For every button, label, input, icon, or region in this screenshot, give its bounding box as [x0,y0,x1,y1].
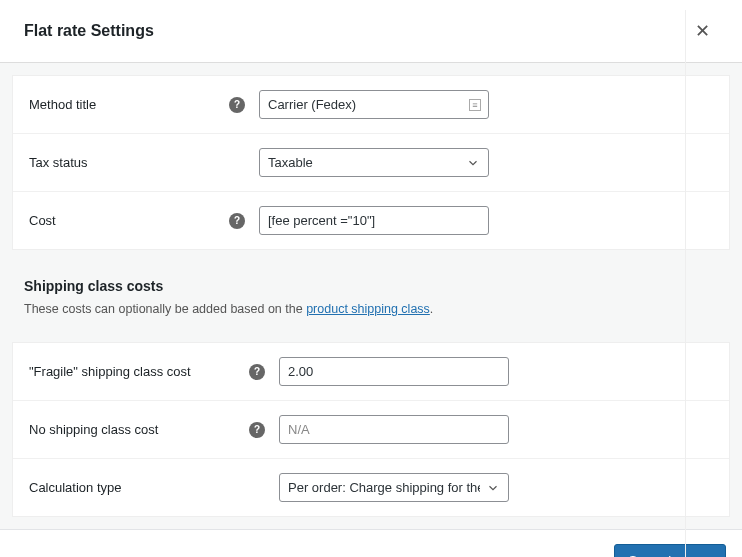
calculation-type-label: Calculation type [29,480,249,495]
tax-status-row: Tax status Taxable [13,134,729,192]
help-icon[interactable]: ? [229,213,245,229]
help-icon[interactable]: ? [249,364,265,380]
input-autofill-icon: ≡ [469,99,481,111]
help-icon[interactable]: ? [249,422,265,438]
close-icon: ✕ [695,21,710,41]
shipping-class-section: "Fragile" shipping class cost ? No shipp… [12,342,730,517]
help-icon[interactable]: ? [229,97,245,113]
fragile-cost-input[interactable] [279,357,509,386]
tax-status-select[interactable]: Taxable [259,148,489,177]
modal-title: Flat rate Settings [24,22,154,40]
method-title-label: Method title [29,97,229,112]
cost-input[interactable] [259,206,489,235]
calculation-type-row: Calculation type Per order: Charge shipp… [13,459,729,516]
modal-body: Method title ? ≡ Tax status Taxable Cost… [0,63,742,529]
fragile-cost-row: "Fragile" shipping class cost ? [13,343,729,401]
cost-row: Cost ? [13,192,729,249]
cost-label: Cost [29,213,229,228]
method-title-input[interactable] [259,90,489,119]
close-button[interactable]: ✕ [687,16,718,46]
no-class-cost-input[interactable] [279,415,509,444]
product-shipping-class-link[interactable]: product shipping class [306,302,430,316]
general-settings-section: Method title ? ≡ Tax status Taxable Cost… [12,75,730,250]
modal-footer: Save changes [0,529,742,557]
divider [685,10,686,557]
fragile-cost-label: "Fragile" shipping class cost [29,364,249,379]
method-title-row: Method title ? ≡ [13,76,729,134]
shipping-class-heading: Shipping class costs [0,262,742,302]
flat-rate-settings-modal: Flat rate Settings ✕ Method title ? ≡ Ta… [0,0,742,557]
calculation-type-select[interactable]: Per order: Charge shipping for the most … [279,473,509,502]
no-class-cost-row: No shipping class cost ? [13,401,729,459]
no-class-cost-label: No shipping class cost [29,422,249,437]
tax-status-label: Tax status [29,155,229,170]
modal-header: Flat rate Settings ✕ [0,0,742,63]
save-changes-button[interactable]: Save changes [614,544,726,557]
shipping-class-description: These costs can optionally be added base… [0,302,742,330]
